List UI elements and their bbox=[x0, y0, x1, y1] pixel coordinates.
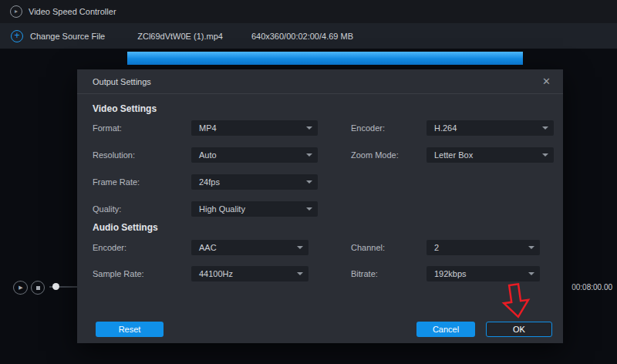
video-settings-heading: Video Settings bbox=[93, 103, 157, 114]
bitrate-value: 192kbps bbox=[434, 269, 467, 278]
add-icon: + bbox=[11, 30, 23, 42]
chevron-down-icon bbox=[542, 153, 548, 157]
zoom-mode-label: Zoom Mode: bbox=[351, 147, 399, 163]
file-info: 640x360/00:02:00/4.69 MB bbox=[251, 32, 353, 41]
frame-rate-value: 24fps bbox=[199, 177, 220, 187]
audio-encoder-dropdown[interactable]: AAC bbox=[191, 240, 308, 255]
sample-rate-dropdown[interactable]: 44100Hz bbox=[191, 266, 308, 281]
audio-settings-heading: Audio Settings bbox=[93, 222, 158, 233]
stop-button[interactable] bbox=[31, 281, 45, 295]
channel-label: Channel: bbox=[351, 240, 385, 255]
zoom-mode-dropdown[interactable]: Letter Box bbox=[427, 147, 554, 163]
video-encoder-label: Encoder: bbox=[351, 120, 385, 136]
format-dropdown[interactable]: MP4 bbox=[191, 120, 318, 136]
toolbar: + Change Source File ZCl69dVtW0E (1).mp4… bbox=[0, 23, 617, 49]
sample-rate-label: Sample Rate: bbox=[93, 266, 144, 281]
chevron-down-icon bbox=[297, 246, 303, 249]
channel-value: 2 bbox=[434, 243, 439, 252]
bitrate-dropdown[interactable]: 192kbps bbox=[427, 266, 540, 281]
audio-encoder-label: Encoder: bbox=[93, 240, 126, 255]
video-progress-bar[interactable] bbox=[127, 52, 523, 65]
play-button[interactable]: ▶ bbox=[13, 281, 28, 295]
resolution-label: Resolution: bbox=[93, 147, 135, 163]
app-logo-icon: ▸ bbox=[10, 5, 22, 18]
resolution-value: Auto bbox=[199, 150, 217, 160]
sample-rate-value: 44100Hz bbox=[199, 269, 233, 278]
resolution-dropdown[interactable]: Auto bbox=[191, 147, 318, 163]
quality-label: Quality: bbox=[93, 201, 121, 217]
time-display: 00:08:00.00 bbox=[571, 283, 612, 292]
ok-button[interactable]: OK bbox=[486, 322, 552, 337]
stop-icon bbox=[36, 286, 40, 290]
frame-rate-dropdown[interactable]: 24fps bbox=[191, 174, 318, 190]
chevron-down-icon bbox=[306, 207, 312, 211]
output-settings-dialog: Output Settings ✕ Video Settings Format:… bbox=[77, 69, 563, 343]
timeline-slider-handle[interactable] bbox=[52, 283, 59, 290]
audio-encoder-value: AAC bbox=[199, 243, 217, 252]
reset-button[interactable]: Reset bbox=[96, 322, 164, 337]
cancel-button[interactable]: Cancel bbox=[416, 322, 475, 337]
loaded-filename: ZCl69dVtW0E (1).mp4 bbox=[137, 32, 223, 41]
app-title: Video Speed Controller bbox=[29, 7, 116, 16]
close-icon[interactable]: ✕ bbox=[542, 76, 551, 86]
format-value: MP4 bbox=[199, 123, 217, 133]
channel-dropdown[interactable]: 2 bbox=[427, 240, 540, 255]
chevron-down-icon bbox=[542, 126, 548, 130]
bitrate-label: Bitrate: bbox=[351, 266, 378, 281]
title-bar: ▸ Video Speed Controller bbox=[0, 0, 617, 23]
frame-rate-label: Frame Rate: bbox=[93, 174, 140, 190]
format-label: Format: bbox=[93, 120, 122, 136]
dialog-title: Output Settings bbox=[93, 77, 151, 86]
video-encoder-value: H.264 bbox=[434, 123, 457, 133]
chevron-down-icon bbox=[306, 153, 312, 157]
zoom-mode-value: Letter Box bbox=[434, 150, 473, 160]
chevron-down-icon bbox=[528, 272, 534, 275]
dialog-header: Output Settings ✕ bbox=[77, 69, 563, 94]
change-source-file-button[interactable]: Change Source File bbox=[30, 32, 105, 41]
quality-dropdown[interactable]: High Quality bbox=[191, 201, 318, 217]
chevron-down-icon bbox=[297, 272, 303, 275]
chevron-down-icon bbox=[528, 246, 534, 249]
annotation-arrow-icon bbox=[497, 280, 534, 321]
chevron-down-icon bbox=[306, 180, 312, 184]
video-encoder-dropdown[interactable]: H.264 bbox=[427, 120, 554, 136]
quality-value: High Quality bbox=[199, 204, 245, 214]
chevron-down-icon bbox=[306, 126, 312, 130]
play-icon: ▶ bbox=[19, 285, 22, 291]
